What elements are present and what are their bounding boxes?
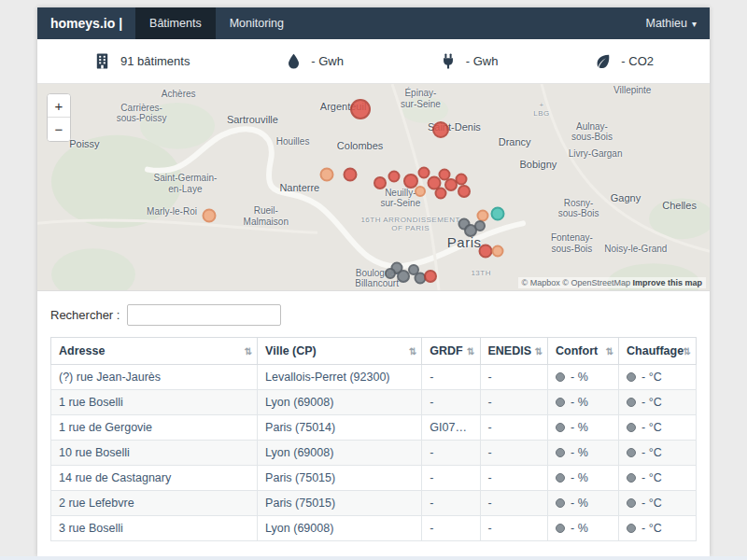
status-dot <box>627 473 636 483</box>
table-row[interactable]: 10 rue BoselliLyon (69008)--- %- °C <box>51 441 697 466</box>
cell-ville: Paris (75014) <box>258 415 422 441</box>
cell-ville: Lyon (69008) <box>258 441 422 466</box>
zoom-out-button[interactable]: − <box>48 118 70 141</box>
status-dot <box>627 423 636 432</box>
column-header-ville-cp-[interactable]: Ville (CP)⇅ <box>258 338 422 365</box>
status-dot <box>556 423 565 432</box>
table-row[interactable]: 2 rue LefebvreParis (75015)--- %- °C <box>51 491 697 516</box>
tab-monitoring[interactable]: Monitoring <box>216 7 298 39</box>
table-row[interactable]: 14 rue de CastagnaryParis (75015)--- %- … <box>51 466 697 491</box>
app-window: homeys.io | Bâtiments Monitoring Mathieu… <box>37 7 710 556</box>
map-zoom-control: + − <box>47 93 71 142</box>
cell-adresse: 1 rue Boselli <box>51 390 258 415</box>
column-header-chauffage[interactable]: Chauffage⇅ <box>619 338 697 365</box>
map-marker[interactable] <box>319 168 333 182</box>
cell-enedis: - <box>480 491 548 516</box>
cell-ville: Levallois-Perret (92300) <box>258 365 422 390</box>
map-marker[interactable] <box>479 245 493 259</box>
cell-confort: - % <box>548 390 619 415</box>
map-marker[interactable] <box>455 173 467 185</box>
leaf-icon <box>594 52 612 70</box>
cell-enedis: - <box>480 390 548 415</box>
cell-grdf: - <box>422 365 480 390</box>
cell-enedis: - <box>480 466 548 491</box>
map-marker[interactable] <box>492 245 504 258</box>
map-marker[interactable] <box>385 268 396 279</box>
cell-enedis: - <box>480 365 548 390</box>
status-dot <box>556 524 565 533</box>
map-marker[interactable] <box>202 209 216 223</box>
status-dot <box>556 498 565 508</box>
column-header-adresse[interactable]: Adresse⇅ <box>51 338 258 365</box>
table-row[interactable]: 1 rue BoselliLyon (69008)--- %- °C <box>51 390 697 415</box>
map-marker[interactable] <box>343 168 357 182</box>
stat-elec: - Gwh <box>440 52 499 70</box>
cell-adresse: 3 rue Boselli <box>51 516 258 541</box>
osm-link[interactable]: © OpenStreetMap <box>562 278 630 287</box>
map-marker[interactable] <box>415 186 426 197</box>
cell-adresse: (?) rue Jean-Jaurès <box>51 365 258 390</box>
plug-icon <box>440 52 457 70</box>
user-name: Mathieu <box>645 17 686 30</box>
footer-strip <box>0 556 747 560</box>
buildings-table-section: Rechercher : Adresse⇅Ville (CP)⇅GRDF⇅ENE… <box>37 291 710 556</box>
caret-down-icon: ▾ <box>692 19 697 29</box>
cell-confort: - % <box>548 415 619 441</box>
status-dot <box>556 473 565 483</box>
status-dot <box>556 372 565 382</box>
column-header-enedis[interactable]: ENEDIS⇅ <box>480 338 548 365</box>
column-header-confort[interactable]: Confort⇅ <box>548 338 619 365</box>
navbar: homeys.io | Bâtiments Monitoring Mathieu… <box>37 7 710 39</box>
sort-icon: ⇅ <box>684 346 691 357</box>
cell-ville: Paris (75015) <box>258 491 422 516</box>
cell-enedis: - <box>480 516 548 541</box>
user-menu[interactable]: Mathieu ▾ <box>632 7 710 39</box>
status-dot <box>556 398 565 407</box>
map-marker[interactable] <box>374 176 387 189</box>
map-marker[interactable] <box>350 99 371 119</box>
sort-icon: ⇅ <box>409 346 416 357</box>
improve-map-link[interactable]: Improve this map <box>632 278 702 287</box>
cell-enedis: - <box>480 415 548 441</box>
table-row[interactable]: 3 rue BoselliLyon (69008)--- %- °C <box>51 516 697 541</box>
cell-chauffage: - °C <box>619 466 697 491</box>
map-marker[interactable] <box>418 167 430 179</box>
table-row[interactable]: (?) rue Jean-JaurèsLevallois-Perret (923… <box>51 365 697 390</box>
flame-icon <box>286 52 302 70</box>
map-marker[interactable] <box>435 188 447 200</box>
map-marker[interactable] <box>388 171 400 183</box>
search-label: Rechercher : <box>50 308 120 322</box>
map-marker[interactable] <box>432 121 449 138</box>
tab-batiments[interactable]: Bâtiments <box>135 7 216 39</box>
map-marker[interactable] <box>491 207 505 221</box>
map-marker[interactable] <box>474 220 486 231</box>
brand-logo[interactable]: homeys.io | <box>37 7 135 39</box>
cell-grdf: - <box>422 491 480 516</box>
sort-icon: ⇅ <box>606 346 613 357</box>
table-row[interactable]: 1 rue de GergovieParis (75014)GI079716--… <box>51 415 697 441</box>
cell-adresse: 2 rue Lefebvre <box>51 491 258 516</box>
cell-grdf: - <box>422 441 480 466</box>
sort-icon: ⇅ <box>245 346 252 357</box>
cell-grdf: GI079716 <box>422 415 480 441</box>
cell-chauffage: - °C <box>619 390 697 415</box>
zoom-in-button[interactable]: + <box>48 94 70 118</box>
cell-confort: - % <box>548 466 619 491</box>
search-input[interactable] <box>127 304 281 326</box>
mapbox-link[interactable]: © Mapbox <box>522 278 560 287</box>
cell-grdf: - <box>422 466 480 491</box>
map-marker[interactable] <box>424 270 437 283</box>
stats-bar: 91 bâtiments - Gwh - Gwh - CO2 <box>37 39 710 84</box>
map-canvas[interactable]: AchèresCarrières- sous-PoissyPoissySartr… <box>37 84 710 291</box>
stat-gas-label: - Gwh <box>311 54 344 68</box>
column-header-grdf[interactable]: GRDF⇅ <box>422 338 480 365</box>
cell-ville: Lyon (69008) <box>258 390 422 415</box>
cell-confort: - % <box>548 516 619 541</box>
map-marker[interactable] <box>458 185 471 198</box>
map-marker[interactable] <box>403 174 418 189</box>
cell-adresse: 1 rue de Gergovie <box>51 415 258 441</box>
cell-chauffage: - °C <box>619 441 697 466</box>
stat-co2: - CO2 <box>594 52 654 70</box>
cell-ville: Lyon (69008) <box>258 516 422 541</box>
cell-grdf: - <box>422 516 480 541</box>
